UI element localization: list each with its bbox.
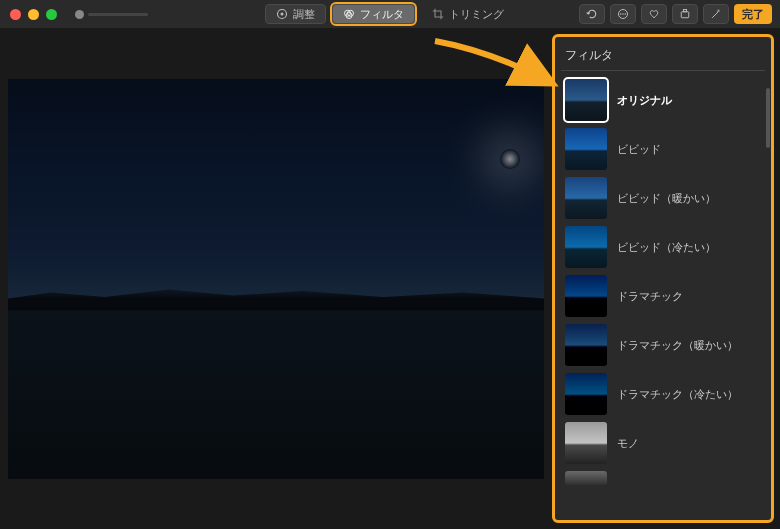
adjust-tab[interactable]: 調整 bbox=[265, 4, 326, 24]
titlebar: 調整 フィルタ トリミング 完了 bbox=[0, 0, 780, 28]
main-area: フィルタ オリジナル ビビッド ビビッド（暖かい） ビビッド（冷たい） ドラマチ… bbox=[0, 28, 780, 529]
svg-point-6 bbox=[620, 13, 622, 15]
favorite-button[interactable] bbox=[641, 4, 667, 24]
filter-item-original[interactable]: オリジナル bbox=[561, 77, 765, 123]
filter-item-mono[interactable]: モノ bbox=[561, 420, 765, 466]
photo-mountains bbox=[8, 281, 544, 311]
more-button[interactable] bbox=[610, 4, 636, 24]
maximize-window-button[interactable] bbox=[46, 9, 57, 20]
close-window-button[interactable] bbox=[10, 9, 21, 20]
done-label: 完了 bbox=[742, 7, 764, 22]
filter-sidebar: フィルタ オリジナル ビビッド ビビッド（暖かい） ビビッド（冷たい） ドラマチ… bbox=[552, 34, 774, 523]
filter-label: ビビッド bbox=[617, 142, 661, 157]
svg-point-1 bbox=[281, 13, 284, 16]
filter-label: ビビッド（暖かい） bbox=[617, 191, 716, 206]
done-button[interactable]: 完了 bbox=[734, 4, 772, 24]
filter-thumb bbox=[565, 177, 607, 219]
svg-point-7 bbox=[622, 13, 624, 15]
adjust-icon bbox=[276, 8, 288, 20]
rotate-icon bbox=[586, 8, 598, 20]
filter-label: モノ bbox=[617, 436, 639, 451]
toolbar-right: 完了 bbox=[579, 4, 772, 24]
zoom-slider[interactable] bbox=[75, 10, 148, 19]
more-icon bbox=[617, 8, 629, 20]
crop-label: トリミング bbox=[449, 7, 504, 22]
sidebar-title: フィルタ bbox=[561, 45, 765, 71]
filter-item-partial[interactable] bbox=[561, 469, 765, 487]
filter-label: ドラマチック bbox=[617, 289, 683, 304]
rotate-button[interactable] bbox=[579, 4, 605, 24]
filter-item-vivid-warm[interactable]: ビビッド（暖かい） bbox=[561, 175, 765, 221]
filter-item-dramatic[interactable]: ドラマチック bbox=[561, 273, 765, 319]
extensions-button[interactable] bbox=[672, 4, 698, 24]
photo-preview[interactable] bbox=[8, 79, 544, 479]
filter-list: オリジナル ビビッド ビビッド（暖かい） ビビッド（冷たい） ドラマチック ドラ… bbox=[561, 77, 765, 512]
filter-item-vivid-cool[interactable]: ビビッド（冷たい） bbox=[561, 224, 765, 270]
crop-icon bbox=[432, 8, 444, 20]
minimize-window-button[interactable] bbox=[28, 9, 39, 20]
filter-thumb bbox=[565, 226, 607, 268]
filter-thumb bbox=[565, 324, 607, 366]
filter-label: ドラマチック（暖かい） bbox=[617, 338, 738, 353]
toolbar-center: 調整 フィルタ トリミング bbox=[265, 4, 515, 24]
svg-point-8 bbox=[625, 13, 627, 15]
filter-label: ビビッド（冷たい） bbox=[617, 240, 716, 255]
extensions-icon bbox=[679, 8, 691, 20]
filter-thumb bbox=[565, 422, 607, 464]
crop-tab[interactable]: トリミング bbox=[421, 4, 515, 24]
heart-icon bbox=[648, 8, 660, 20]
svg-rect-10 bbox=[684, 10, 687, 12]
filter-label: ドラマチック（冷たい） bbox=[617, 387, 738, 402]
scrollbar[interactable] bbox=[766, 88, 770, 148]
canvas-area bbox=[0, 28, 552, 529]
filter-icon bbox=[343, 8, 355, 20]
filter-item-dramatic-warm[interactable]: ドラマチック（暖かい） bbox=[561, 322, 765, 368]
filter-thumb bbox=[565, 79, 607, 121]
adjust-label: 調整 bbox=[293, 7, 315, 22]
filter-label: フィルタ bbox=[360, 7, 404, 22]
zoom-slider-knob[interactable] bbox=[75, 10, 84, 19]
zoom-slider-track bbox=[88, 13, 148, 16]
svg-rect-9 bbox=[681, 12, 689, 18]
photo-water bbox=[8, 311, 544, 479]
filter-item-vivid[interactable]: ビビッド bbox=[561, 126, 765, 172]
filter-thumb bbox=[565, 128, 607, 170]
filter-thumb bbox=[565, 275, 607, 317]
filter-thumb bbox=[565, 471, 607, 485]
auto-enhance-button[interactable] bbox=[703, 4, 729, 24]
filter-item-dramatic-cool[interactable]: ドラマチック（冷たい） bbox=[561, 371, 765, 417]
photo-sun bbox=[500, 149, 520, 169]
filter-thumb bbox=[565, 373, 607, 415]
wand-icon bbox=[710, 8, 722, 20]
filter-tab[interactable]: フィルタ bbox=[332, 4, 415, 24]
traffic-lights bbox=[10, 9, 57, 20]
filter-label: オリジナル bbox=[617, 93, 672, 108]
